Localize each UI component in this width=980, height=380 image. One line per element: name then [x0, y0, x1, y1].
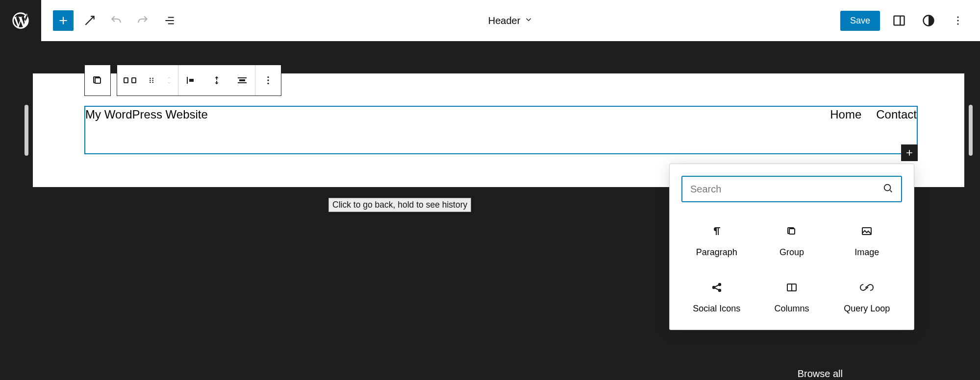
topbar-left	[53, 10, 179, 31]
svg-point-9	[152, 78, 153, 79]
svg-rect-7	[132, 78, 136, 83]
inserter-item-label: Group	[779, 247, 804, 258]
inserter-item-label: Query Loop	[844, 304, 890, 314]
tooltip: Click to go back, hold to see history	[328, 198, 471, 212]
undo-button[interactable]	[106, 10, 126, 31]
nav-link-contact[interactable]: Contact	[876, 108, 917, 121]
inserter-item-label: Social Icons	[693, 304, 740, 314]
admin-bar	[0, 0, 41, 380]
justify-button[interactable]	[178, 65, 204, 95]
svg-point-10	[150, 80, 151, 81]
inserter-item-label: Columns	[774, 304, 809, 314]
inserter-item-label: Paragraph	[696, 247, 737, 258]
nav-link-home[interactable]: Home	[830, 108, 861, 121]
site-title[interactable]: My WordPress Website	[85, 108, 208, 121]
block-inserter-popover: Paragraph Group Image Social Icons Colum…	[669, 164, 914, 330]
svg-point-24	[718, 289, 720, 291]
resize-handle-left[interactable]	[25, 105, 28, 156]
tools-button[interactable]	[79, 10, 100, 31]
document-overview-button[interactable]	[159, 10, 179, 31]
svg-point-3	[957, 20, 958, 21]
template-label: Header	[488, 15, 521, 26]
row-block-button[interactable]	[117, 65, 143, 95]
svg-rect-15	[239, 79, 245, 81]
inserter-item-image[interactable]: Image	[832, 220, 902, 261]
editor-topbar: Header Save	[41, 0, 980, 41]
svg-point-16	[267, 76, 269, 78]
navigation-block[interactable]: Home Contact	[830, 108, 917, 121]
svg-point-12	[150, 82, 151, 83]
svg-point-23	[718, 284, 720, 285]
inserter-search[interactable]	[681, 176, 902, 202]
resize-handle-right[interactable]	[969, 105, 973, 156]
header-row-block[interactable]: My WordPress Website Home Contact	[84, 106, 918, 154]
block-toolbar	[84, 65, 281, 96]
svg-rect-20	[789, 229, 795, 234]
svg-point-8	[150, 78, 151, 79]
inserter-item-columns[interactable]: Columns	[756, 276, 827, 318]
inserter-item-queryloop[interactable]: Query Loop	[832, 276, 902, 318]
align-vertical-button[interactable]	[204, 65, 229, 95]
inserter-grid: Paragraph Group Image Social Icons Colum…	[681, 220, 902, 318]
block-toolbar-group-parent	[84, 65, 111, 96]
inserter-item-paragraph[interactable]: Paragraph	[681, 220, 752, 261]
move-updown-button[interactable]	[160, 65, 178, 95]
save-button[interactable]: Save	[840, 11, 880, 31]
svg-rect-14	[189, 79, 194, 82]
svg-rect-6	[124, 78, 128, 83]
browse-all-button[interactable]: Browse all	[798, 368, 843, 380]
parent-group-button[interactable]	[85, 65, 110, 95]
svg-point-22	[712, 286, 714, 288]
block-appender-button[interactable]	[901, 144, 918, 161]
share-icon	[711, 280, 723, 295]
settings-panel-toggle[interactable]	[889, 10, 909, 31]
svg-point-17	[267, 79, 269, 81]
width-button[interactable]	[229, 65, 255, 95]
svg-point-13	[152, 82, 153, 83]
loop-icon	[859, 280, 874, 295]
add-block-button[interactable]	[53, 10, 74, 31]
template-selector[interactable]: Header	[488, 15, 533, 26]
group-icon	[786, 224, 798, 238]
inserter-item-label: Image	[854, 247, 879, 258]
chevron-down-icon	[524, 15, 533, 26]
wordpress-logo-icon[interactable]	[11, 11, 30, 380]
styles-toggle[interactable]	[918, 10, 939, 31]
svg-point-2	[957, 16, 958, 18]
inserter-search-input[interactable]	[690, 184, 882, 195]
svg-point-4	[957, 23, 958, 24]
search-icon	[882, 183, 893, 195]
svg-rect-5	[95, 78, 101, 83]
inserter-item-social[interactable]: Social Icons	[681, 276, 752, 318]
paragraph-icon	[711, 224, 723, 238]
image-icon	[860, 224, 873, 238]
inserter-item-group[interactable]: Group	[756, 220, 827, 261]
svg-rect-0	[894, 16, 905, 25]
svg-point-11	[152, 80, 153, 81]
svg-point-18	[267, 83, 269, 84]
drag-handle-button[interactable]	[143, 65, 160, 95]
columns-icon	[785, 280, 798, 295]
svg-point-19	[884, 185, 891, 191]
redo-button[interactable]	[132, 10, 153, 31]
topbar-right: Save	[840, 10, 968, 31]
block-toolbar-group-main	[117, 65, 281, 96]
more-options-button[interactable]	[948, 10, 968, 31]
block-options-button[interactable]	[255, 65, 281, 95]
